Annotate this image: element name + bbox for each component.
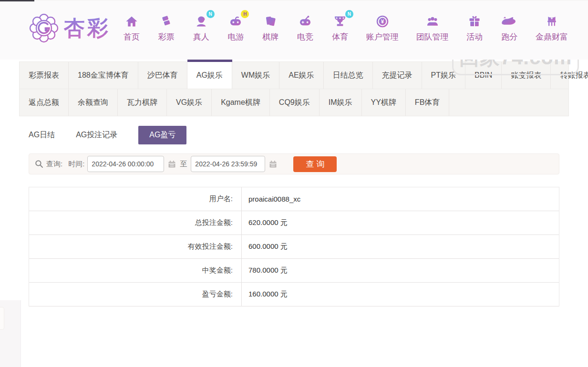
new-badge: N	[345, 10, 353, 18]
nav-item-esports[interactable]: 电竞	[297, 14, 314, 42]
nav-item-home[interactable]: 首页	[123, 14, 140, 42]
query-button[interactable]: 查 询	[293, 156, 337, 172]
time-label: 时间:	[68, 160, 84, 169]
table-row: 用户名: proaicai0088_xc	[29, 187, 559, 211]
subtab-ag-touzhu-jilu[interactable]: AG投注记录	[76, 126, 117, 144]
corner-widget	[0, 300, 21, 367]
query-toolbar: 查询: 时间: 至 查 询	[29, 153, 559, 174]
row-value-total-bet: 620.0000 元	[241, 211, 559, 234]
nav-item-wealth[interactable]: 金鼎财富	[536, 14, 568, 42]
logo-rose-icon	[29, 13, 59, 43]
tab-vg-yule[interactable]: VG娱乐	[167, 89, 212, 116]
videogame-icon: H	[227, 14, 244, 29]
row-label-total-bet: 总投注金额:	[29, 218, 241, 227]
tab-188-jinbaobo[interactable]: 188金宝博体育	[69, 62, 138, 89]
nav-item-account[interactable]: ¥ 账户管理	[366, 14, 399, 42]
tab-kgame-qipai[interactable]: Kgame棋牌	[212, 89, 270, 116]
nav-label: 电游	[227, 31, 244, 42]
table-row: 盈亏金额: 160.0000 元	[29, 283, 559, 306]
gift-icon	[466, 14, 483, 29]
nav-item-sports[interactable]: N 体育	[331, 14, 349, 42]
subtab-ag-rijie[interactable]: AG日结	[29, 126, 55, 144]
row-label-valid-bet: 有效投注金额:	[29, 242, 241, 251]
nav-label: 首页	[124, 31, 140, 42]
new-badge: N	[206, 10, 215, 18]
wealth-icon	[543, 14, 560, 29]
row-label-win-amount: 中奖金额:	[29, 266, 241, 275]
nav-item-cards[interactable]: 棋牌	[262, 14, 279, 42]
ag-subtabs: AG日结 AG投注记录 AG盈亏	[29, 126, 559, 144]
table-row: 有效投注金额: 600.0000 元	[29, 235, 559, 259]
nav-item-live[interactable]: N 真人	[193, 14, 210, 42]
tab-rijie-zonglan[interactable]: 日结总览	[324, 62, 373, 89]
tab-im-yule[interactable]: IM娱乐	[320, 89, 362, 116]
nav-item-activity[interactable]: 活动	[466, 14, 483, 42]
nav-item-videogame[interactable]: H 电游	[227, 14, 244, 42]
nav-item-lottery[interactable]: 彩票	[158, 14, 175, 42]
home-icon	[123, 14, 140, 29]
nav-label: 团队管理	[416, 31, 449, 42]
calendar-to-icon[interactable]	[269, 160, 277, 168]
logo-text: 杏彩	[64, 14, 111, 42]
nav-item-team[interactable]: 团队管理	[416, 14, 449, 42]
row-label-profit: 盈亏金额:	[29, 290, 241, 299]
svg-text:¥: ¥	[381, 18, 384, 24]
nav-label: 金鼎财富	[536, 31, 568, 42]
account-coin-icon: ¥	[374, 14, 391, 29]
row-value-profit: 160.0000 元	[241, 283, 559, 306]
trophy-icon: N	[331, 14, 349, 29]
team-icon	[424, 14, 441, 29]
table-row: 中奖金额: 780.0000 元	[29, 259, 559, 283]
tab-cq9-yule[interactable]: CQ9娱乐	[270, 89, 320, 116]
site-logo[interactable]: 杏彩	[29, 13, 111, 43]
row-label-username: 用户名:	[29, 194, 241, 204]
tab-caipiao-baobiao[interactable]: 彩票报表	[20, 62, 69, 89]
tab-yue-chaxun[interactable]: 余额查询	[69, 89, 118, 116]
search-icon	[35, 160, 43, 168]
to-label: 至	[180, 160, 187, 169]
nav-label: 体育	[332, 31, 348, 42]
main-header: 杏彩 首页 彩票 N	[0, 0, 588, 60]
live-person-icon: N	[193, 14, 210, 29]
subtab-ag-yingkui[interactable]: AG盈亏	[138, 126, 186, 144]
row-value-win-amount: 780.0000 元	[241, 259, 559, 282]
main-nav: 首页 彩票 N 真人	[123, 14, 568, 42]
nav-label: 跑分	[501, 31, 517, 42]
nav-label: 活动	[466, 31, 483, 42]
esports-icon	[297, 14, 314, 29]
rhino-icon	[501, 14, 518, 29]
row-value-valid-bet: 600.0000 元	[241, 235, 559, 258]
table-row: 总投注金额: 620.0000 元	[29, 211, 559, 235]
tab-ag-yule[interactable]: AG娱乐	[187, 62, 232, 89]
nav-label: 电竞	[297, 31, 313, 42]
tab-yy-qipai[interactable]: YY棋牌	[362, 89, 406, 116]
ag-profit-table: 用户名: proaicai0088_xc 总投注金额: 620.0000 元 有…	[29, 187, 559, 306]
date-to-input[interactable]	[191, 156, 265, 172]
tab-chongti-jilu[interactable]: 充提记录	[373, 62, 422, 89]
nav-label: 棋牌	[262, 31, 279, 42]
date-from-input[interactable]	[87, 156, 164, 172]
hot-badge: H	[241, 10, 249, 18]
nav-label: 真人	[193, 31, 209, 42]
tab-fb-tiyu[interactable]: FB体育	[406, 89, 449, 116]
nav-label: 彩票	[158, 31, 175, 42]
query-label: 查询:	[46, 160, 62, 169]
tab-fandian-zonge[interactable]: 返点总额	[20, 89, 69, 116]
tab-row-2: 返点总额 余额查询 瓦力棋牌 VG娱乐 Kgame棋牌 CQ9娱乐 IM娱乐 Y…	[20, 89, 568, 116]
nav-item-paofen[interactable]: 跑分	[501, 14, 518, 42]
tab-shaba-tiyu[interactable]: 沙巴体育	[138, 62, 187, 89]
cards-icon	[262, 14, 279, 29]
top-dark-strip	[0, 0, 34, 1]
nav-label: 账户管理	[366, 31, 399, 42]
tab-wm-yule[interactable]: WM娱乐	[232, 62, 279, 89]
tab-ae-yule[interactable]: AE娱乐	[279, 62, 323, 89]
corner-drawer-handle[interactable]	[0, 307, 4, 330]
lottery-ticket-icon	[158, 14, 175, 29]
calendar-from-icon[interactable]	[168, 160, 176, 168]
row-value-username: proaicai0088_xc	[241, 187, 559, 211]
tab-wali-qipai[interactable]: 瓦力棋牌	[118, 89, 167, 116]
